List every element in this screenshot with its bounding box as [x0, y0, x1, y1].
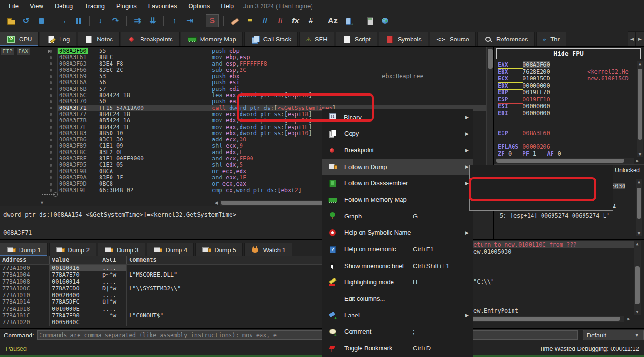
- disasm-row[interactable]: 008A3F6953push ebxebx:HeapFree: [0, 73, 486, 79]
- stack-row[interactable]: ew.01005030: [473, 248, 511, 256]
- run-icon[interactable]: →: [57, 15, 69, 27]
- preferences-az-icon[interactable]: Az: [327, 15, 339, 27]
- trace-over-coverage-icon[interactable]: //: [274, 15, 286, 27]
- breakpoint-dot[interactable]: [50, 145, 52, 148]
- update-globe-icon[interactable]: [379, 15, 391, 27]
- breakpoint-gutter[interactable]: [0, 156, 58, 162]
- context-menu-item-comment[interactable]: Comment;: [322, 324, 473, 340]
- dump-header-row[interactable]: AddressValueASCIComments: [0, 256, 322, 265]
- dump-row[interactable]: 77BA10180010000E....: [0, 306, 322, 312]
- breakpoint-gutter[interactable]: [0, 130, 58, 137]
- menu-item-help[interactable]: Help: [215, 2, 240, 10]
- numbers-icon[interactable]: #: [305, 15, 317, 27]
- menu-item-file[interactable]: File: [3, 2, 24, 10]
- functions-fx-icon[interactable]: fx: [290, 15, 302, 27]
- context-menu-item-help-on-symbolic-name[interactable]: Help on Symbolic Name▶: [322, 225, 473, 241]
- breakpoint-gutter[interactable]: [0, 61, 58, 67]
- context-menu-item-help-on-mnemonic[interactable]: Help on mnemonicCtrl+F1: [322, 241, 473, 258]
- disasm-row[interactable]: 008A3F6055push ebp: [0, 48, 486, 54]
- breakpoint-gutter[interactable]: [0, 188, 58, 194]
- context-menu-item-show-mnemonic-brief[interactable]: Show mnemonic briefCtrl+Shift+F1: [322, 258, 473, 274]
- tab-dump-5[interactable]: Dump 5: [195, 243, 243, 257]
- breakpoint-gutter[interactable]: [0, 149, 58, 156]
- tab-source[interactable]: <>Source: [430, 32, 476, 46]
- tab-thr[interactable]: »Thr: [536, 32, 566, 46]
- context-menu-item-toggle-bookmark[interactable]: Toggle BookmarkCtrl+D: [322, 340, 473, 357]
- calculator-run-icon[interactable]: [342, 15, 354, 27]
- comment-layers-icon[interactable]: ≡: [244, 15, 256, 27]
- dump-header-address[interactable]: Address: [0, 256, 50, 264]
- disasm-row[interactable]: 008A3F6A56push esi: [0, 79, 486, 86]
- context-menu-item-breakpoint[interactable]: Breakpoint▶: [322, 142, 473, 159]
- breakpoint-dot[interactable]: [50, 69, 52, 71]
- tab-cpu[interactable]: CPU: [0, 32, 39, 46]
- disasm-row[interactable]: 008A3F6383E4 F8and esp,FFFFFFF8: [0, 61, 486, 67]
- register-row[interactable]: ESI00000000: [494, 103, 550, 109]
- disasm-hscroll-left-icon[interactable]: ◀: [213, 200, 220, 206]
- tab-dump-1[interactable]: Dump 1: [0, 243, 48, 257]
- register-row[interactable]: EBP0019FF70: [494, 89, 550, 96]
- tab-dump-3[interactable]: Dump 3: [98, 243, 145, 257]
- execute-till-return-icon[interactable]: ↑: [169, 15, 181, 27]
- breakpoint-dot[interactable]: [50, 56, 52, 59]
- breakpoint-gutter[interactable]: [0, 181, 58, 187]
- breakpoint-dot[interactable]: [50, 158, 52, 160]
- breakpoint-gutter[interactable]: [0, 86, 58, 92]
- restart-icon[interactable]: ↺: [20, 15, 32, 27]
- calculator-icon[interactable]: [364, 15, 376, 27]
- breakpoint-gutter[interactable]: [0, 137, 58, 143]
- register-row[interactable]: EIP008A3F60: [494, 130, 550, 137]
- breakpoint-gutter[interactable]: [0, 118, 58, 124]
- context-menu-item-graph[interactable]: GraphG: [322, 208, 473, 225]
- breakpoint-dot[interactable]: [50, 189, 52, 192]
- tab-script[interactable]: Script: [336, 32, 377, 46]
- menu-item-view[interactable]: View: [24, 2, 49, 10]
- tab-log[interactable]: Log: [40, 32, 76, 46]
- breakpoint-gutter[interactable]: [0, 169, 58, 175]
- context-menu-item-copy[interactable]: Copy▶: [322, 126, 473, 142]
- tab-seh[interactable]: ⚠SEH: [299, 32, 334, 46]
- breakpoint-dot[interactable]: [50, 183, 52, 186]
- tab-breakpoints[interactable]: Breakpoints: [121, 32, 180, 46]
- breakpoint-gutter[interactable]: [0, 162, 58, 168]
- breakpoint-dot[interactable]: [50, 62, 52, 65]
- register-row[interactable]: EDX00000000: [494, 82, 550, 89]
- breakpoint-gutter[interactable]: [0, 143, 58, 149]
- register-row[interactable]: EBX7628E200<kernel32.He: [494, 69, 550, 75]
- breakpoint-dot[interactable]: [50, 113, 52, 116]
- breakpoint-gutter[interactable]: [0, 105, 58, 111]
- register-row[interactable]: EAX008A3F60: [494, 61, 550, 68]
- registers-vscrollbar[interactable]: ▲ ▼: [637, 61, 643, 157]
- context-menu-item-follow-in-memory-map[interactable]: Follow in Memory Map: [322, 191, 473, 208]
- tab-call-stack[interactable]: Call Stack: [244, 32, 298, 46]
- disasm-row[interactable]: 008A3F6B57push edi: [0, 86, 486, 92]
- breakpoint-gutter[interactable]: [0, 73, 58, 79]
- trace-into-coverage-icon[interactable]: //: [259, 15, 271, 27]
- register-row[interactable]: EDI00000000: [494, 110, 550, 117]
- breakpoint-gutter[interactable]: [0, 111, 58, 118]
- breakpoint-dot[interactable]: [50, 170, 52, 173]
- patch-icon[interactable]: [229, 15, 241, 27]
- open-file-icon[interactable]: [5, 15, 17, 27]
- tab-watch-1[interactable]: Watch 1: [244, 243, 292, 257]
- dump-row[interactable]: 77BA100C77BA7CD0Ð|°wL"\\SYSTEM32\\": [0, 285, 322, 292]
- step-over-icon[interactable]: ↷: [110, 15, 121, 27]
- dump-row[interactable]: 77BA10200005000C: [0, 319, 322, 326]
- menu-item-tracing[interactable]: Tracing: [79, 2, 111, 10]
- animate-into-icon[interactable]: ⇉: [131, 15, 143, 27]
- dump-panel[interactable]: AddressValueASCIComments77BA100000180016…: [0, 256, 322, 328]
- flags-row[interactable]: ZF0 PF1 AF0: [494, 150, 568, 157]
- context-menu-item-label[interactable]: Label▶: [322, 307, 473, 324]
- disasm-row[interactable]: 008A3F6683EC 2Csub esp,2C: [0, 67, 486, 73]
- breakpoint-gutter[interactable]: [0, 54, 58, 60]
- dump-row[interactable]: 77BA100800160014....: [0, 278, 322, 285]
- breakpoint-dot[interactable]: [50, 81, 52, 84]
- breakpoint-dot[interactable]: [50, 94, 52, 97]
- step-out-icon[interactable]: ⇊: [147, 15, 159, 27]
- context-menu-item-highlighting-mode[interactable]: Highlighting modeH: [322, 274, 473, 291]
- breakpoint-gutter[interactable]: [0, 67, 58, 73]
- step-into-icon[interactable]: ↓: [94, 15, 106, 27]
- breakpoint-dot[interactable]: [50, 75, 52, 78]
- dump-header-asci[interactable]: ASCI: [100, 256, 127, 264]
- breakpoint-dot[interactable]: [50, 164, 52, 167]
